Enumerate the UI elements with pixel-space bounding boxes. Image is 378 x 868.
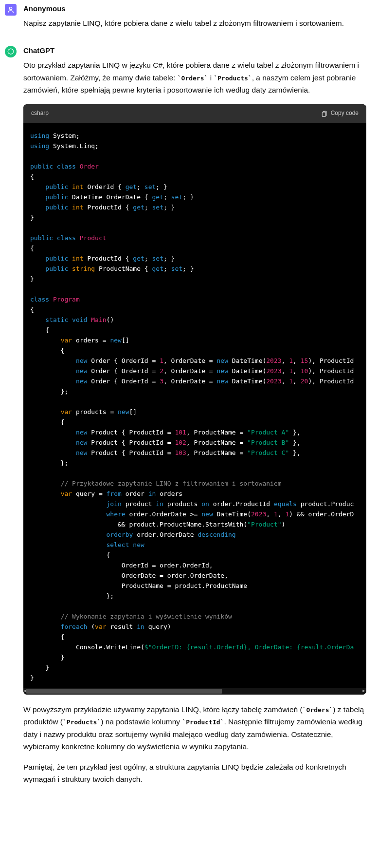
openai-icon — [7, 48, 15, 56]
chevron-right-icon[interactable]: ► — [361, 689, 366, 694]
user-message: Anonymous Napisz zapytanie LINQ, które p… — [0, 0, 378, 37]
user-author: Anonymous — [23, 3, 366, 15]
inline-code-products: `Products` — [214, 75, 252, 82]
code-body: using System; using System.Linq; public … — [23, 123, 366, 688]
copy-code-button[interactable]: Copy code — [321, 109, 359, 118]
inline-code-products2: `Products` — [63, 718, 101, 726]
user-text: Napisz zapytanie LINQ, które pobiera dan… — [23, 17, 366, 30]
inline-code-orders2: `Orders` — [303, 706, 333, 714]
person-icon — [7, 6, 15, 14]
horizontal-scrollbar[interactable]: ◄ ► — [23, 688, 366, 695]
assistant-outro-1: W powyższym przykładzie używamy zapytani… — [23, 703, 366, 753]
inline-code-orders: `Orders` — [178, 75, 208, 82]
assistant-intro: Oto przykład zapytania LINQ w języku C#,… — [23, 59, 366, 96]
code-scroll[interactable]: using System; using System.Linq; public … — [23, 123, 366, 688]
user-avatar — [5, 4, 17, 16]
assistant-message: ChatGPT Oto przykład zapytania LINQ w ję… — [0, 42, 378, 793]
code-lang: csharp — [31, 109, 49, 118]
code-header: csharp Copy code — [23, 104, 366, 123]
code-block: csharp Copy code using System; using Sys… — [23, 104, 366, 695]
svg-rect-2 — [322, 112, 325, 116]
assistant-outro-2: Pamiętaj, że ten przykład jest ogólny, a… — [23, 761, 366, 786]
svg-point-0 — [9, 7, 12, 10]
assistant-avatar — [5, 46, 17, 57]
scrollbar-thumb[interactable] — [26, 689, 222, 694]
clipboard-icon — [321, 110, 328, 117]
assistant-author: ChatGPT — [23, 45, 366, 57]
inline-code-productid: `ProductId` — [182, 718, 224, 726]
